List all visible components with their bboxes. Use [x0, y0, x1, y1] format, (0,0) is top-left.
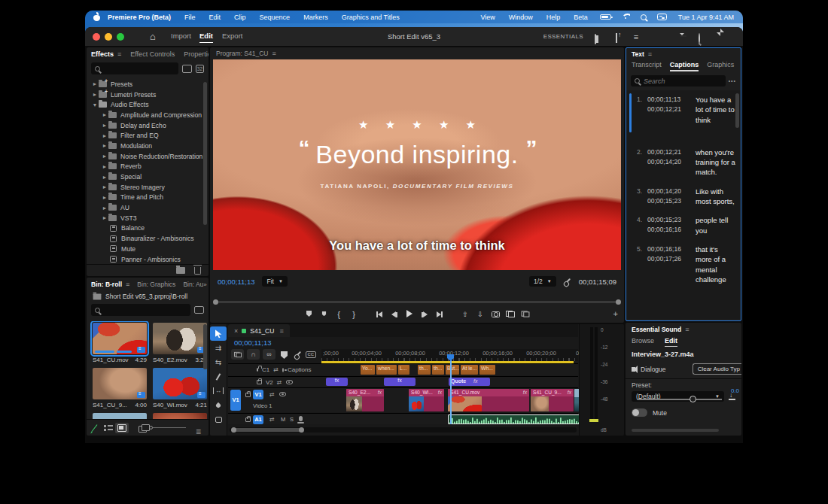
timeline-settings-icon[interactable]: [295, 351, 302, 358]
share-icon[interactable]: [610, 32, 623, 44]
tab-graphics[interactable]: Graphics: [707, 61, 734, 71]
comparison-view-icon[interactable]: [504, 311, 517, 319]
battery-icon[interactable]: [600, 14, 611, 20]
monitor-settings-icon[interactable]: [564, 278, 571, 285]
preset-dropdown[interactable]: (Default)▼: [632, 391, 724, 402]
selection-tool[interactable]: [210, 326, 227, 341]
wifi-icon[interactable]: [622, 14, 630, 20]
caret-right-icon[interactable]: ►: [101, 164, 108, 169]
timeline-timecode[interactable]: 00;00;11;13: [234, 339, 271, 347]
menu-sequence[interactable]: Sequence: [253, 14, 297, 21]
track-target-v1[interactable]: V1: [253, 390, 263, 399]
zoom-window-button[interactable]: [117, 33, 124, 41]
captions-options-icon[interactable]: •••: [729, 78, 736, 83]
marker-icon[interactable]: [317, 310, 330, 319]
track-output-icon[interactable]: [282, 368, 284, 372]
program-video-frame[interactable]: ★ ★ ★ ★ ★ “ Beyond inspiring. ” TATIANA …: [213, 59, 621, 270]
caret-right-icon[interactable]: ►: [101, 184, 108, 190]
caption-start-time[interactable]: 00;00;11;13: [647, 95, 689, 105]
effects-search-input[interactable]: [104, 65, 175, 72]
loudness-slider[interactable]: [638, 399, 722, 400]
caption-start-time[interactable]: 00;00;12;21: [647, 147, 689, 157]
caption-clip[interactable]: Yo...: [361, 365, 375, 375]
bin-path[interactable]: Short Edit v65_3.prproj\B-roll: [105, 293, 187, 300]
caret-right-icon[interactable]: ►: [101, 133, 108, 138]
hand-tool[interactable]: [210, 412, 227, 427]
es-tab-edit[interactable]: Edit: [665, 337, 677, 347]
graphic-clip[interactable]: Quotefx: [449, 378, 490, 386]
mark-out-icon[interactable]: }: [347, 310, 361, 319]
source-patch-v1[interactable]: V1: [230, 390, 241, 411]
menu-markers[interactable]: Markers: [297, 14, 335, 21]
captions-search[interactable]: [631, 75, 726, 87]
extract-icon[interactable]: ⇩: [473, 311, 487, 318]
caption-end-time[interactable]: 00;00;16;16: [647, 225, 689, 235]
caret-down-icon[interactable]: ▼: [91, 102, 99, 108]
delete-icon[interactable]: [194, 267, 201, 275]
effects-tree-item[interactable]: ►Lumetri Presets: [91, 90, 202, 100]
effects-scrollbar[interactable]: [203, 82, 207, 225]
clip-thumbnail[interactable]: [153, 368, 207, 399]
ripple-edit-tool[interactable]: ⇆: [210, 355, 227, 369]
menu-beta[interactable]: Beta: [567, 14, 595, 21]
caret-right-icon[interactable]: ►: [101, 143, 108, 148]
effects-tree-item[interactable]: Panner - Ambisonics: [91, 254, 202, 264]
caption-row[interactable]: 1.00;00;11;1300;00;12;21You have a lot o…: [626, 90, 741, 143]
text-panel-title[interactable]: Text: [632, 50, 644, 58]
track-name[interactable]: V2: [266, 379, 273, 386]
caret-right-icon[interactable]: ►: [101, 153, 108, 159]
menu-clip[interactable]: Clip: [227, 14, 253, 21]
effects-panel-menu-icon[interactable]: ≡: [117, 50, 121, 58]
lock-track-icon[interactable]: [257, 368, 258, 372]
caret-right-icon[interactable]: ►: [101, 195, 108, 200]
effects-tree-item[interactable]: ►Presets: [91, 79, 202, 90]
freeform-view-icon[interactable]: [139, 424, 139, 432]
caption-end-time[interactable]: 00;00;17;26: [647, 254, 689, 264]
step-back-icon[interactable]: [388, 311, 401, 319]
bin-scrollbar[interactable]: [203, 324, 207, 369]
effects-tree-item[interactable]: ▼Audio Effects: [91, 99, 202, 110]
menu-edit[interactable]: Edit: [202, 14, 228, 21]
effects-tree-item[interactable]: Mute: [91, 244, 202, 254]
bin-panel-menu-icon[interactable]: ≡: [126, 281, 129, 288]
icon-view-button[interactable]: [115, 423, 129, 433]
essential-sound-menu-icon[interactable]: ≡: [685, 326, 689, 333]
clear-audio-type-button[interactable]: Clear Audio Typ: [693, 363, 741, 375]
video-clip-S40-WI-[interactable]: S40_WI...fx: [409, 389, 444, 411]
sync-lock-icon[interactable]: ⇄: [273, 366, 279, 373]
caret-right-icon[interactable]: ►: [101, 123, 108, 128]
caret-right-icon[interactable]: ►: [101, 205, 108, 211]
tab-properties[interactable]: Propertie: [184, 50, 209, 58]
menu-window[interactable]: Window: [502, 14, 540, 21]
workspace-label[interactable]: ESSENTIALS: [543, 33, 583, 40]
caption-clip[interactable]: when...: [376, 365, 397, 375]
minimize-window-button[interactable]: [105, 33, 112, 41]
caret-right-icon[interactable]: ►: [101, 175, 108, 180]
video-clip-S40-E2-[interactable]: S40_E2...fx: [346, 389, 384, 411]
tab-effect-controls[interactable]: Effect Controls: [130, 50, 175, 58]
gain-value[interactable]: 0.0: [731, 387, 739, 394]
slip-tool[interactable]: ↔: [210, 384, 227, 398]
effects-tree-item[interactable]: ►Modulation: [91, 141, 202, 151]
caption-end-time[interactable]: 00;00;14;20: [647, 157, 689, 167]
caption-text[interactable]: people tell you: [689, 215, 736, 235]
tab-effects[interactable]: Effects: [91, 50, 114, 58]
caret-right-icon[interactable]: ►: [91, 92, 99, 97]
bin-filter-icon[interactable]: [194, 306, 204, 314]
bin-clip-S41-CU-mov[interactable]: S41_CU.mov4:29: [93, 323, 147, 363]
clip-name[interactable]: S41_CU.mov: [93, 357, 129, 363]
accelerated-effects-filter-icon[interactable]: [182, 65, 192, 73]
32bit-effects-filter-icon[interactable]: 32: [196, 65, 204, 73]
list-view-icon[interactable]: [104, 424, 105, 432]
lock-track-icon[interactable]: [257, 380, 262, 384]
essential-sound-scrollbar[interactable]: [632, 429, 719, 432]
menu-list-icon[interactable]: ≡: [630, 31, 642, 43]
pen-tool[interactable]: [210, 398, 227, 412]
effects-tree-item[interactable]: ►Noise Reduction/Restoration: [91, 151, 202, 162]
track-select-tool[interactable]: ⇉: [210, 341, 227, 355]
bin-clip-S40-E2-mov[interactable]: S40_E2.mov3:28: [153, 323, 207, 363]
caption-start-time[interactable]: 00;00;14;20: [647, 187, 689, 196]
video-clip-S41-CU-9-[interactable]: S41_CU_9...fx: [531, 389, 574, 411]
es-tab-browse[interactable]: Browse: [632, 337, 654, 347]
sync-lock-icon[interactable]: ⇄: [277, 379, 282, 386]
